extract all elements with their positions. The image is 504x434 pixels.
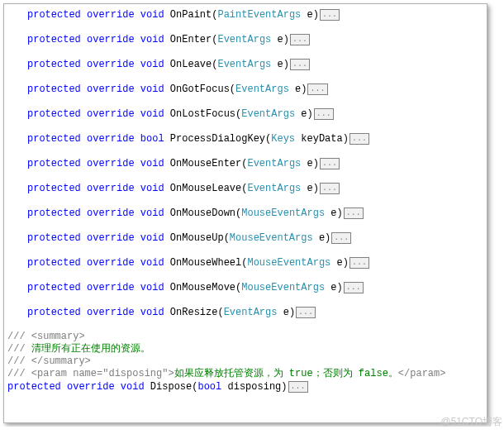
param-name: e (307, 158, 312, 169)
method-signature: protected override void OnGotFocus(Event… (7, 83, 483, 96)
method-signature: protected override void OnLostFocus(Even… (7, 108, 483, 121)
keyword-protected: protected (27, 59, 81, 70)
param-name: keyData (301, 133, 342, 145)
method-signature-dispose: protected override void Dispose(bool dis… (7, 381, 483, 393)
fold-toggle[interactable]: ... (307, 83, 327, 95)
method-signature: protected override void OnMouseDown(Mous… (7, 207, 483, 220)
blank-line (7, 46, 483, 59)
keyword-protected: protected (27, 9, 81, 21)
blank-line (7, 319, 483, 331)
param-type: Keys (271, 133, 295, 145)
param-type: EventArgs (217, 34, 271, 45)
keyword-return-type: void (140, 207, 164, 219)
param-type: EventArgs (217, 59, 271, 70)
fold-toggle[interactable]: ... (290, 59, 310, 70)
keyword-return-type: void (140, 257, 164, 269)
keyword-return-type: void (140, 9, 164, 21)
method-name: OnEnter (170, 34, 212, 45)
code-editor-pane: protected override void OnPaint(PaintEve… (3, 3, 487, 423)
param-type: EventArgs (247, 158, 301, 169)
keyword-protected: protected (27, 307, 81, 318)
keyword-protected: protected (27, 183, 81, 194)
keyword-return-type: void (140, 59, 164, 70)
keyword-protected: protected (27, 257, 81, 269)
keyword-override: override (87, 257, 135, 269)
method-signature: protected override void OnEnter(EventArg… (7, 34, 483, 46)
param-name: e (277, 59, 283, 70)
method-name: ProcessDialogKey (170, 133, 265, 145)
fold-toggle[interactable]: ... (344, 282, 364, 293)
method-signature: protected override void OnMouseLeave(Eve… (7, 183, 483, 195)
keyword-protected: protected (27, 282, 81, 293)
xml-doc-comment: /// <param name="disposing">如果应释放托管资源，为 … (7, 369, 483, 381)
method-name: OnMouseMove (170, 282, 235, 293)
param-type: MouseEventArgs (241, 207, 325, 219)
param-name: e (330, 207, 336, 219)
keyword-return-type: void (140, 232, 164, 244)
keyword-override: override (87, 9, 135, 21)
fold-toggle[interactable]: ... (344, 207, 364, 219)
keyword-return-type: void (140, 282, 164, 293)
param-type: MouseEventArgs (241, 282, 325, 293)
param-type: EventArgs (235, 83, 289, 95)
fold-toggle[interactable]: ... (349, 257, 369, 269)
keyword-override: override (87, 108, 135, 120)
method-name: OnResize (170, 307, 218, 318)
keyword-override: override (87, 282, 135, 293)
keyword-return-type: void (140, 307, 164, 318)
method-name: OnGotFocus (170, 83, 230, 95)
method-signature: protected override void OnMouseMove(Mous… (7, 282, 483, 294)
blank-line (7, 71, 483, 83)
method-name: OnLostFocus (170, 108, 235, 120)
keyword-return-type: bool (140, 133, 164, 145)
method-name: OnMouseWheel (170, 257, 241, 269)
method-name: OnMouseDown (170, 207, 235, 219)
method-name: OnPaint (170, 9, 212, 21)
fold-toggle[interactable]: ... (288, 381, 308, 393)
method-name: OnLeave (170, 59, 212, 70)
param-name: e (319, 232, 325, 244)
blank-line (7, 220, 483, 232)
keyword-protected: protected (27, 108, 81, 120)
keyword-protected: protected (27, 133, 81, 145)
fold-toggle[interactable]: ... (320, 158, 340, 169)
xml-doc-comment: /// 清理所有正在使用的资源。 (7, 344, 483, 356)
keyword-protected: protected (27, 207, 81, 219)
fold-toggle[interactable]: ... (290, 34, 310, 45)
param-type: EventArgs (241, 108, 295, 120)
blank-line (7, 269, 483, 282)
fold-toggle[interactable]: ... (349, 133, 369, 145)
param-name: e (330, 282, 336, 293)
param-type: MouseEventArgs (247, 257, 330, 269)
watermark-text: @51CTO博客 (440, 417, 502, 427)
keyword-override: override (87, 307, 135, 318)
keyword-protected: protected (27, 34, 81, 45)
method-signature: protected override bool ProcessDialogKey… (7, 133, 483, 145)
fold-toggle[interactable]: ... (296, 307, 316, 318)
param-name: e (337, 257, 343, 269)
keyword-override: override (87, 83, 135, 95)
keyword-override: override (87, 207, 135, 219)
fold-toggle[interactable]: ... (320, 9, 340, 21)
param-type: EventArgs (224, 307, 278, 318)
blank-line (7, 21, 483, 34)
keyword-protected: protected (27, 158, 81, 169)
blank-line (7, 121, 483, 133)
method-signature: protected override void OnMouseWheel(Mou… (7, 257, 483, 269)
method-signature: protected override void OnResize(EventAr… (7, 307, 483, 319)
xml-doc-comment: /// <summary> (7, 331, 483, 344)
keyword-protected: protected (27, 232, 81, 244)
keyword-return-type: void (140, 183, 164, 194)
method-signature: protected override void OnMouseUp(MouseE… (7, 232, 483, 245)
blank-line (7, 145, 483, 158)
keyword-override: override (87, 158, 135, 169)
keyword-override: override (87, 59, 135, 70)
fold-toggle[interactable]: ... (320, 183, 340, 194)
fold-toggle[interactable]: ... (314, 108, 334, 120)
keyword-override: override (87, 34, 135, 45)
blank-line (7, 96, 483, 108)
param-name: e (307, 183, 312, 194)
keyword-return-type: void (140, 83, 164, 95)
method-signature: protected override void OnMouseEnter(Eve… (7, 158, 483, 170)
fold-toggle[interactable]: ... (331, 232, 351, 244)
